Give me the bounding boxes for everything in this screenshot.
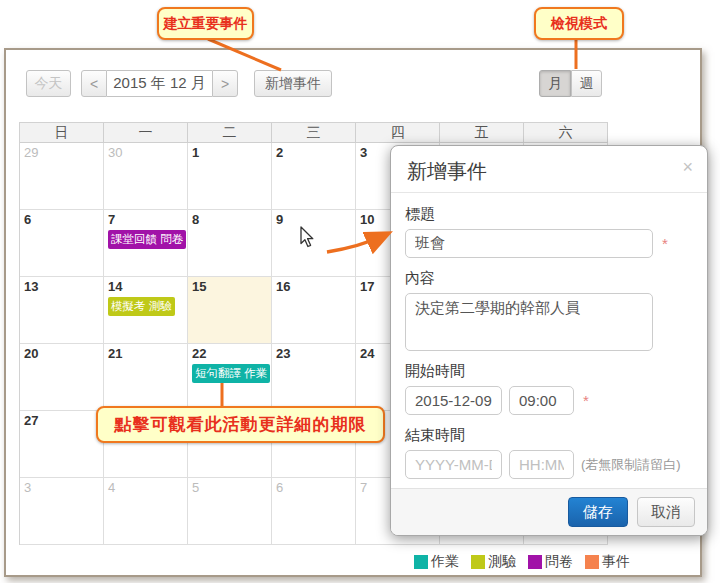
legend-swatch bbox=[528, 555, 542, 569]
modal-body: 標題 * 內容 決定第二學期的幹部人員 開始時間 * 結束時間 (若無限制請留白… bbox=[391, 192, 707, 479]
content-field-label: 內容 bbox=[405, 267, 693, 288]
day-number: 6 bbox=[24, 212, 103, 227]
month-year-label: 2015 年 12 月 bbox=[107, 70, 212, 97]
day-number: 22 bbox=[192, 346, 271, 361]
legend-swatch bbox=[585, 555, 599, 569]
day-header: 四 bbox=[356, 123, 440, 143]
day-header: 二 bbox=[188, 123, 272, 143]
legend-item: 作業 bbox=[414, 553, 459, 571]
modal-footer: 儲存 取消 bbox=[391, 488, 707, 535]
calendar-day-cell[interactable]: 22短句翻譯 作業 bbox=[188, 344, 272, 411]
day-number: 14 bbox=[108, 279, 187, 294]
legend-item: 問卷 bbox=[528, 553, 573, 571]
calendar-day-cell[interactable]: 20 bbox=[20, 344, 104, 411]
day-number: 29 bbox=[24, 145, 103, 160]
day-number: 30 bbox=[108, 145, 187, 160]
calendar-day-cell[interactable]: 5 bbox=[188, 478, 272, 545]
required-mark: * bbox=[662, 235, 668, 252]
create-event-callout: 建立重要事件 bbox=[157, 7, 254, 40]
add-event-button[interactable]: 新增事件 bbox=[254, 70, 332, 97]
required-mark: * bbox=[583, 392, 589, 409]
title-field-label: 標題 bbox=[405, 203, 693, 224]
cancel-button[interactable]: 取消 bbox=[637, 497, 695, 527]
day-number: 16 bbox=[276, 279, 355, 294]
week-view-button[interactable]: 週 bbox=[571, 70, 602, 97]
day-number: 3 bbox=[24, 480, 103, 495]
view-mode-toggle: 月 週 bbox=[539, 70, 602, 97]
end-time-input[interactable] bbox=[509, 450, 574, 479]
day-number: 15 bbox=[192, 279, 271, 294]
day-number: 23 bbox=[276, 346, 355, 361]
calendar-day-cell[interactable]: 9 bbox=[272, 210, 356, 277]
close-icon[interactable]: × bbox=[682, 157, 693, 178]
calendar-day-cell[interactable]: 6 bbox=[272, 478, 356, 545]
day-number: 1 bbox=[192, 145, 271, 160]
day-number: 9 bbox=[276, 212, 355, 227]
calendar-day-cell[interactable]: 14模擬考 測驗 bbox=[104, 277, 188, 344]
calendar-day-cell[interactable]: 6 bbox=[20, 210, 104, 277]
day-header: 三 bbox=[272, 123, 356, 143]
legend-item: 事件 bbox=[585, 553, 630, 571]
title-input[interactable] bbox=[405, 229, 653, 258]
legend: 作業測驗問卷事件 bbox=[414, 553, 630, 571]
prev-month-button[interactable]: < bbox=[81, 70, 107, 97]
day-header: 六 bbox=[524, 123, 608, 143]
day-number: 5 bbox=[192, 480, 271, 495]
day-number: 8 bbox=[192, 212, 271, 227]
view-mode-callout: 檢視模式 bbox=[534, 7, 624, 40]
end-date-input[interactable] bbox=[405, 450, 502, 479]
day-number: 2 bbox=[276, 145, 355, 160]
legend-label: 作業 bbox=[431, 553, 459, 571]
modal-title: 新增事件 bbox=[407, 160, 487, 182]
save-button[interactable]: 儲存 bbox=[568, 497, 628, 527]
event-detail-callout: 點擊可觀看此活動更詳細的期限 bbox=[96, 406, 385, 443]
day-header: 日 bbox=[20, 123, 104, 143]
day-number: 6 bbox=[276, 480, 355, 495]
event-badge[interactable]: 模擬考 測驗 bbox=[108, 297, 175, 316]
start-time-label: 開始時間 bbox=[405, 360, 693, 381]
calendar-day-cell[interactable]: 1 bbox=[188, 143, 272, 210]
calendar-day-cell[interactable]: 29 bbox=[20, 143, 104, 210]
calendar-day-cell[interactable]: 15 bbox=[188, 277, 272, 344]
end-time-note: (若無限制請留白) bbox=[581, 456, 681, 474]
add-event-modal: 新增事件 × 標題 * 內容 決定第二學期的幹部人員 開始時間 * 結束時間 (… bbox=[390, 145, 708, 536]
calendar-day-cell[interactable]: 16 bbox=[272, 277, 356, 344]
calendar-day-cell[interactable]: 3 bbox=[20, 478, 104, 545]
calendar-day-cell[interactable]: 4 bbox=[104, 478, 188, 545]
legend-label: 測驗 bbox=[488, 553, 516, 571]
calendar-day-cell[interactable]: 8 bbox=[188, 210, 272, 277]
calendar-day-cell[interactable]: 27 bbox=[20, 411, 104, 478]
next-month-button[interactable]: > bbox=[212, 70, 238, 97]
legend-swatch bbox=[471, 555, 485, 569]
end-time-label: 結束時間 bbox=[405, 424, 693, 445]
month-view-button[interactable]: 月 bbox=[539, 70, 571, 97]
day-number: 27 bbox=[24, 413, 103, 428]
legend-label: 事件 bbox=[602, 553, 630, 571]
day-header: 五 bbox=[440, 123, 524, 143]
day-number: 7 bbox=[108, 212, 187, 227]
calendar-day-cell[interactable]: 23 bbox=[272, 344, 356, 411]
calendar-day-cell[interactable]: 30 bbox=[104, 143, 188, 210]
calendar-day-cell[interactable]: 7課堂回饋 問卷 bbox=[104, 210, 188, 277]
calendar-day-cell[interactable]: 2 bbox=[272, 143, 356, 210]
legend-label: 問卷 bbox=[545, 553, 573, 571]
day-number: 20 bbox=[24, 346, 103, 361]
day-number: 21 bbox=[108, 346, 187, 361]
today-button[interactable]: 今天 bbox=[26, 70, 71, 97]
start-time-input[interactable] bbox=[509, 386, 574, 415]
event-badge[interactable]: 課堂回饋 問卷 bbox=[108, 230, 186, 249]
calendar-day-cell[interactable]: 13 bbox=[20, 277, 104, 344]
calendar-toolbar: 今天 < 2015 年 12 月 > 新增事件 月 週 bbox=[12, 70, 694, 98]
start-date-input[interactable] bbox=[405, 386, 502, 415]
modal-header: 新增事件 × bbox=[391, 146, 707, 192]
month-navigation: < 2015 年 12 月 > bbox=[81, 70, 238, 97]
day-header: 一 bbox=[104, 123, 188, 143]
calendar-day-cell[interactable]: 21 bbox=[104, 344, 188, 411]
day-number: 4 bbox=[108, 480, 187, 495]
content-textarea[interactable]: 決定第二學期的幹部人員 bbox=[405, 293, 653, 351]
day-number: 13 bbox=[24, 279, 103, 294]
legend-swatch bbox=[414, 555, 428, 569]
legend-item: 測驗 bbox=[471, 553, 516, 571]
event-badge[interactable]: 短句翻譯 作業 bbox=[192, 364, 270, 383]
